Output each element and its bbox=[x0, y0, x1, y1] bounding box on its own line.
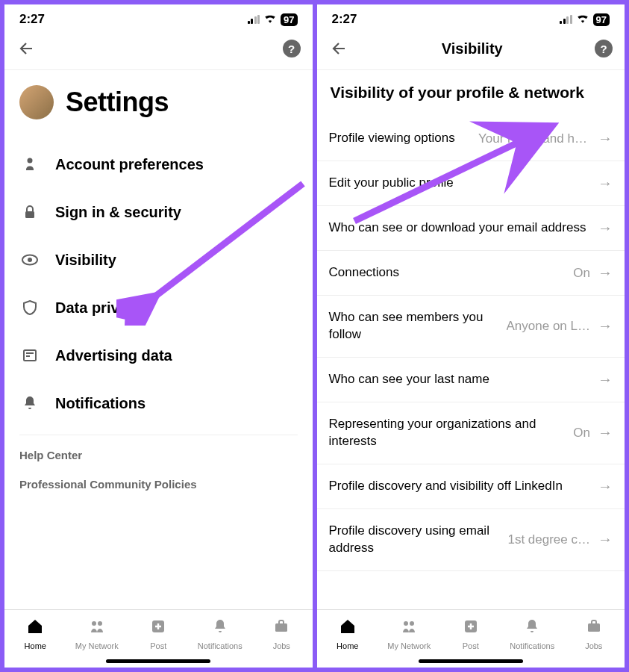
nav-notifications[interactable]: Notifications bbox=[501, 615, 563, 653]
svg-point-12 bbox=[404, 621, 408, 626]
chevron-right-icon: → bbox=[598, 478, 613, 495]
settings-screen: 2:27 97 ? Settings Account preferencesSi… bbox=[4, 4, 313, 668]
help-button[interactable]: ? bbox=[595, 40, 613, 57]
settings-item-shield[interactable]: Data privacy bbox=[4, 284, 313, 332]
settings-item-label: Visibility bbox=[55, 252, 116, 269]
nav-label: Notifications bbox=[198, 641, 242, 650]
settings-title-row: Settings bbox=[4, 70, 313, 140]
status-indicators: 97 bbox=[248, 13, 298, 26]
row-label: Connections bbox=[329, 264, 566, 281]
divider bbox=[19, 435, 298, 435]
settings-item-person[interactable]: Account preferences bbox=[4, 140, 313, 188]
wifi-icon bbox=[263, 13, 277, 26]
visibility-row[interactable]: Profile viewing optionsYour name and he…… bbox=[317, 116, 625, 161]
row-label: Profile discovery and visibility off Lin… bbox=[329, 478, 591, 495]
lock-icon bbox=[21, 203, 39, 221]
svg-point-7 bbox=[92, 621, 96, 626]
post-icon bbox=[149, 617, 167, 640]
visibility-row[interactable]: Representing your organizations and inte… bbox=[317, 402, 625, 464]
visibility-row[interactable]: Profile discovery and visibility off Lin… bbox=[317, 464, 625, 509]
person-icon bbox=[21, 155, 39, 173]
chevron-right-icon: → bbox=[598, 220, 613, 237]
row-label: Who can see your last name bbox=[329, 371, 591, 388]
visibility-row[interactable]: Profile discovery using email address1st… bbox=[317, 509, 625, 571]
visibility-row[interactable]: ConnectionsOn→ bbox=[317, 251, 625, 296]
row-value: On bbox=[573, 266, 590, 281]
svg-rect-10 bbox=[275, 623, 287, 632]
nav-jobs[interactable]: Jobs bbox=[251, 615, 313, 653]
status-bar: 2:27 97 bbox=[4, 4, 313, 31]
chevron-right-icon: → bbox=[598, 371, 613, 388]
row-value: On bbox=[573, 426, 590, 441]
nav-post[interactable]: Post bbox=[128, 615, 190, 653]
svg-point-8 bbox=[98, 621, 102, 626]
help-button[interactable]: ? bbox=[283, 40, 301, 57]
nav-label: Home bbox=[337, 641, 358, 650]
nav-my-network[interactable]: My Network bbox=[378, 615, 440, 653]
nav-home[interactable]: Home bbox=[317, 615, 379, 653]
row-label: Who can see or download your email addre… bbox=[329, 220, 591, 237]
back-button[interactable] bbox=[329, 38, 350, 59]
visibility-row[interactable]: Who can see your last name→ bbox=[317, 358, 625, 402]
settings-item-lock[interactable]: Sign in & security bbox=[4, 188, 313, 236]
nav-label: My Network bbox=[387, 641, 431, 650]
wifi-icon bbox=[576, 13, 589, 26]
nav-my-network[interactable]: My Network bbox=[66, 615, 128, 653]
bottom-nav: HomeMy NetworkPostNotificationsJobs bbox=[317, 609, 625, 656]
notif-icon bbox=[211, 617, 229, 640]
settings-item-eye[interactable]: Visibility bbox=[4, 236, 313, 284]
network-icon bbox=[400, 617, 418, 640]
post-icon bbox=[462, 617, 480, 640]
section-title: Visibility of your profile & network bbox=[317, 70, 625, 116]
page-title: Settings bbox=[66, 87, 169, 118]
svg-point-13 bbox=[410, 621, 414, 626]
nav-label: Jobs bbox=[273, 641, 290, 650]
status-time: 2:27 bbox=[332, 12, 357, 27]
chevron-right-icon: → bbox=[598, 424, 613, 441]
visibility-row[interactable]: Who can see or download your email addre… bbox=[317, 206, 625, 251]
signal-icon bbox=[560, 15, 572, 24]
nav-label: Post bbox=[150, 641, 166, 650]
nav-post[interactable]: Post bbox=[440, 615, 502, 653]
home-indicator bbox=[106, 659, 210, 663]
jobs-icon bbox=[585, 617, 603, 640]
status-bar: 2:27 97 bbox=[317, 4, 625, 31]
settings-item-label: Notifications bbox=[55, 395, 145, 412]
settings-item-label: Data privacy bbox=[55, 299, 144, 317]
help-link[interactable]: Help Center bbox=[4, 449, 313, 478]
home-indicator bbox=[419, 659, 523, 663]
settings-item-bell[interactable]: Notifications bbox=[4, 379, 313, 427]
chevron-right-icon: → bbox=[598, 264, 613, 281]
visibility-row[interactable]: Who can see members you followAnyone on … bbox=[317, 296, 625, 358]
shield-icon bbox=[21, 299, 39, 317]
status-indicators: 97 bbox=[560, 13, 610, 26]
newspaper-icon bbox=[21, 346, 39, 364]
svg-rect-15 bbox=[588, 623, 600, 632]
row-label: Profile discovery using email address bbox=[329, 523, 501, 557]
bell-icon bbox=[21, 394, 39, 412]
signal-icon bbox=[248, 15, 260, 24]
avatar[interactable] bbox=[19, 85, 54, 119]
battery-indicator: 97 bbox=[281, 13, 297, 26]
svg-point-0 bbox=[28, 158, 33, 164]
row-value: Your name and he… bbox=[478, 131, 590, 146]
back-button[interactable] bbox=[16, 38, 37, 59]
chevron-right-icon: → bbox=[598, 531, 613, 548]
chevron-right-icon: → bbox=[598, 175, 613, 192]
settings-item-newspaper[interactable]: Advertising data bbox=[4, 332, 313, 379]
jobs-icon bbox=[272, 617, 290, 640]
row-label: Who can see members you follow bbox=[329, 309, 499, 343]
nav-label: Post bbox=[463, 641, 479, 650]
nav-jobs[interactable]: Jobs bbox=[563, 615, 625, 653]
settings-item-label: Advertising data bbox=[55, 347, 172, 364]
settings-item-label: Sign in & security bbox=[55, 204, 181, 221]
settings-content: Settings Account preferencesSign in & se… bbox=[4, 70, 313, 609]
visibility-row[interactable]: Edit your public profile→ bbox=[317, 161, 625, 206]
nav-bar: Visibility ? bbox=[317, 31, 625, 70]
row-label: Edit your public profile bbox=[329, 175, 591, 192]
battery-indicator: 97 bbox=[593, 13, 610, 26]
nav-home[interactable]: Home bbox=[4, 615, 66, 653]
help-link[interactable]: Professional Community Policies bbox=[4, 478, 313, 507]
settings-item-label: Account preferences bbox=[55, 156, 204, 173]
nav-notifications[interactable]: Notifications bbox=[190, 615, 251, 653]
